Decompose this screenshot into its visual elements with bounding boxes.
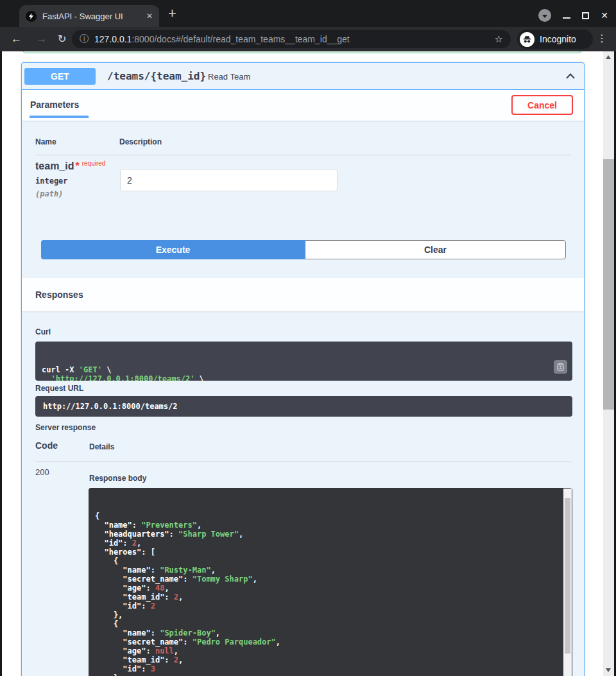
required-asterisk: * [75,160,79,171]
parameter-type: integer [35,177,68,186]
column-header-name: Name [35,137,56,146]
new-tab-button[interactable]: + [168,6,176,21]
request-url-value: http://127.0.0.1:8000/teams/2 [35,396,572,417]
parameter-name: team_id*required [35,160,105,172]
window-controls: ✕ [538,9,608,22]
response-body-scrollbar[interactable] [563,489,572,676]
incognito-spy-icon [520,32,535,47]
close-window-button[interactable]: ✕ [601,11,608,20]
curl-command-block: curl -X 'GET' \ 'http://127.0.0.1:8000/t… [35,342,572,381]
collapse-chevron-icon[interactable] [565,71,576,82]
copy-to-clipboard-button[interactable] [554,360,567,374]
clear-button[interactable]: Clear [305,240,566,259]
previous-endpoint-block-edge [22,51,582,53]
status-code: 200 [35,467,49,477]
browser-menu-icon[interactable]: ⋮ [597,32,607,44]
column-header-code: Code [35,440,58,451]
cancel-button[interactable]: Cancel [511,95,573,115]
parameters-section-header: Parameters Cancel [22,90,584,121]
url-host: 127.0.0.1 [94,34,132,44]
forward-button[interactable]: → [36,32,47,46]
parameter-location: (path) [35,189,63,198]
tab-close-icon[interactable]: ✕ [146,12,153,21]
column-header-description: Description [119,137,162,146]
browser-window: FastAPI - Swagger UI ✕ + ✕ ← → ↻ ⓘ 127.0… [0,0,616,676]
browser-toolbar: ← → ↻ ⓘ 127.0.0.1:8000/docs#/default/rea… [0,27,616,51]
endpoint-header[interactable]: GET /teams/{team_id} Read Team [22,63,584,90]
page-scroll-thumb[interactable] [603,159,614,410]
responses-title: Responses [35,290,83,300]
reload-button[interactable]: ↻ [58,32,66,46]
chevron-down-icon [542,15,547,18]
maximize-button[interactable] [582,12,589,19]
team-id-input[interactable] [120,169,338,191]
response-body-label: Response body [89,474,146,483]
incognito-badge: Incognito [517,30,593,49]
tab-strip: FastAPI - Swagger UI ✕ + ✕ [0,0,616,27]
table-divider [35,155,571,155]
address-bar[interactable]: ⓘ 127.0.0.1:8000/docs#/default/read_team… [72,30,511,48]
site-info-icon[interactable]: ⓘ [80,33,89,45]
swagger-page: GET /teams/{team_id} Read Team Parameter… [0,51,616,676]
page-scrollbar[interactable] [603,51,614,676]
back-button[interactable]: ← [11,32,22,46]
incognito-label: Incognito [540,34,576,44]
request-url-label: Request URL [35,384,83,393]
bookmark-star-icon[interactable]: ☆ [495,33,503,45]
responses-section-header: Responses [22,278,584,311]
curl-command-text: curl -X 'GET' \ 'http://127.0.0.1:8000/t… [42,365,566,381]
http-method-badge: GET [24,68,96,85]
required-label: required [82,160,106,167]
window-frame-left [0,51,2,676]
column-header-details: Details [89,442,114,451]
endpoint-summary: Read Team [208,72,250,82]
tab-title: FastAPI - Swagger UI [42,12,142,21]
endpoint-path: /teams/{team_id} [107,70,206,82]
tab-parameters[interactable]: Parameters [30,100,79,110]
scroll-down-icon[interactable] [606,668,611,672]
url-path: :8000/docs#/default/read_team_teams__tea… [132,34,349,44]
fastapi-favicon-icon [26,11,37,22]
response-body-block: { "name": "Preventers", "headquarters": … [89,488,572,676]
profile-button[interactable] [538,9,551,22]
scroll-up-icon[interactable] [606,55,611,59]
url-text: 127.0.0.1:8000/docs#/default/read_team_t… [94,34,350,44]
curl-label: Curl [35,327,51,336]
server-response-label: Server response [35,423,96,432]
response-body-scroll-thumb[interactable] [565,498,570,654]
get-endpoint-panel: GET /teams/{team_id} Read Team Parameter… [21,62,585,676]
response-body-json: { "name": "Preventers", "headquarters": … [95,512,554,676]
active-tab-underline [30,116,89,118]
browser-tab[interactable]: FastAPI - Swagger UI ✕ [19,5,159,27]
minimize-button[interactable] [563,17,570,19]
execute-button[interactable]: Execute [41,240,305,259]
table-divider [35,462,571,462]
